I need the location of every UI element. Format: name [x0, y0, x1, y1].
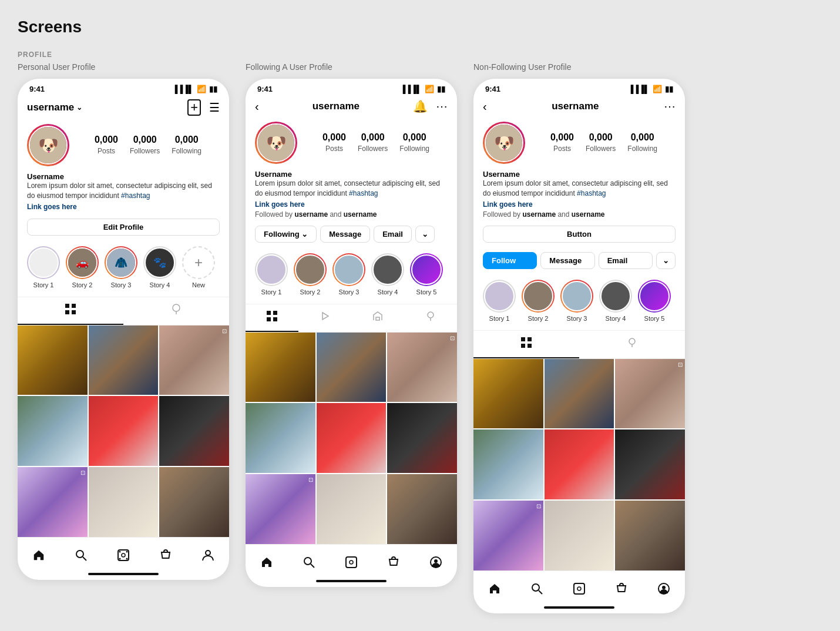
bio-link-2[interactable]: Link goes here: [255, 200, 305, 209]
add-post-icon[interactable]: +: [187, 99, 201, 116]
story-item-1-2[interactable]: 🚗 Story 2: [66, 246, 99, 288]
photo-cell-1-3[interactable]: ⊡: [159, 325, 229, 395]
photo-cell-2-8[interactable]: [317, 474, 387, 544]
back-button-2[interactable]: ‹: [255, 100, 259, 113]
nav-profile-1[interactable]: [196, 543, 220, 567]
photo-cell-2-3[interactable]: ⊡: [387, 333, 457, 402]
nav-shop-3[interactable]: [610, 577, 633, 600]
stat-following-1[interactable]: 0,000 Following: [172, 135, 201, 156]
photo-cell-1-2[interactable]: [89, 325, 159, 395]
nav-home-2[interactable]: [255, 551, 278, 574]
photo-cell-3-2[interactable]: [545, 359, 614, 429]
svg-line-7: [83, 557, 86, 560]
photo-cell-2-5[interactable]: [317, 403, 387, 473]
edit-profile-button[interactable]: Edit Profile: [27, 219, 220, 236]
story-item-3-1[interactable]: Story 1: [483, 280, 516, 322]
photo-cell-3-8[interactable]: [545, 501, 614, 570]
nav-profile-2[interactable]: [424, 551, 448, 574]
story-item-2-3[interactable]: Story 3: [332, 253, 365, 296]
photo-cell-3-6[interactable]: [615, 429, 685, 499]
button-3[interactable]: Button: [483, 226, 676, 243]
story-item-3-5[interactable]: Story 5: [638, 280, 671, 322]
story-item-3-2[interactable]: Story 2: [522, 280, 555, 322]
photo-cell-1-4[interactable]: [18, 396, 88, 466]
avatar-wrap-3[interactable]: 🐶: [483, 122, 525, 164]
photo-cell-1-6[interactable]: [159, 396, 229, 466]
photo-cell-1-7[interactable]: ⊡: [18, 467, 88, 537]
photo-cell-3-5[interactable]: [545, 429, 614, 499]
back-button-3[interactable]: ‹: [483, 100, 487, 113]
story-item-1-4[interactable]: 🐾 Story 4: [143, 246, 176, 288]
stat-following-2[interactable]: 0,000 Following: [399, 132, 429, 153]
photo-cell-2-1[interactable]: [246, 333, 315, 402]
follow-button-3[interactable]: Follow: [483, 252, 537, 269]
nav-profile-3[interactable]: [652, 577, 676, 600]
story-item-1-3[interactable]: 🧥 Story 3: [105, 246, 137, 288]
photo-cell-1-9[interactable]: [159, 467, 229, 537]
nav-search-3[interactable]: [525, 577, 549, 600]
stat-followers-2[interactable]: 0,000 Followers: [358, 132, 388, 153]
stat-followers-1[interactable]: 0,000 Followers: [130, 135, 160, 156]
photo-cell-1-1[interactable]: [18, 325, 88, 395]
stat-followers-3[interactable]: 0,000 Followers: [586, 132, 616, 153]
nav-search-2[interactable]: [297, 551, 321, 574]
photo-cell-3-4[interactable]: [473, 429, 543, 499]
stories-row-3: Story 1 Story 2 Story 3 Story 4 Story 5: [473, 274, 685, 328]
photo-cell-2-9[interactable]: [387, 474, 457, 544]
svg-point-12: [119, 558, 121, 559]
bio-link-1[interactable]: Link goes here: [27, 203, 77, 211]
bell-icon-2[interactable]: 🔔: [413, 99, 428, 113]
nav-home-3[interactable]: [483, 577, 506, 600]
stat-following-3[interactable]: 0,000 Following: [627, 132, 657, 153]
story-new-1[interactable]: + New: [182, 246, 215, 288]
avatar-wrap-2[interactable]: 🐶: [255, 122, 297, 164]
tab-tagged-1[interactable]: [123, 297, 229, 325]
photo-cell-2-4[interactable]: [246, 403, 315, 473]
tab-tagged-2[interactable]: [404, 304, 457, 332]
email-button-3[interactable]: Email: [599, 252, 653, 269]
story-item-3-4[interactable]: Story 4: [599, 280, 632, 322]
nav-shop-2[interactable]: [382, 551, 405, 574]
tab-grid-2[interactable]: [246, 304, 298, 332]
nav-home-1[interactable]: [27, 543, 51, 567]
photo-cell-2-7[interactable]: ⊡: [246, 474, 315, 544]
menu-icon[interactable]: ☰: [209, 100, 220, 115]
story-item-1-1[interactable]: Story 1: [27, 246, 60, 288]
tab-tagged-3[interactable]: [579, 331, 685, 358]
story-item-2-5[interactable]: Story 5: [410, 253, 443, 296]
nav-reels-3[interactable]: [567, 577, 591, 600]
more-icon-2[interactable]: ⋯: [436, 99, 448, 113]
nav-search-1[interactable]: [69, 543, 93, 567]
nav-shop-1[interactable]: [154, 543, 177, 567]
tab-grid-3[interactable]: [473, 331, 579, 358]
more-options-2[interactable]: ⌄: [415, 226, 435, 243]
avatar-wrap-1[interactable]: 🐶: [27, 124, 69, 166]
photo-cell-1-8[interactable]: [89, 467, 159, 537]
tab-shared-2[interactable]: [351, 304, 404, 332]
story-item-2-1[interactable]: Story 1: [255, 253, 288, 296]
more-icon-3[interactable]: ⋯: [664, 99, 676, 113]
following-button[interactable]: Following ⌄: [255, 226, 317, 243]
username-nav-1[interactable]: username ⌄: [27, 102, 82, 113]
more-options-3[interactable]: ⌄: [656, 252, 676, 269]
tab-grid-1[interactable]: [18, 297, 123, 325]
photo-cell-3-1[interactable]: [473, 359, 543, 429]
story-item-3-3[interactable]: Story 3: [560, 280, 593, 322]
tab-reels-2[interactable]: [298, 304, 351, 332]
photo-cell-2-2[interactable]: [317, 333, 387, 402]
nav-reels-2[interactable]: [340, 551, 363, 574]
message-button-3[interactable]: Message: [540, 252, 594, 269]
photo-cell-2-6[interactable]: [387, 403, 457, 473]
story-label-3-3: Story 3: [567, 315, 587, 322]
nav-reels-1[interactable]: [112, 543, 135, 567]
photo-cell-3-7[interactable]: ⊡: [473, 501, 543, 570]
photo-cell-3-9[interactable]: [615, 501, 685, 570]
stat-posts-2: 0,000 Posts: [322, 132, 346, 153]
email-button-2[interactable]: Email: [374, 226, 412, 243]
photo-cell-3-3[interactable]: ⊡: [615, 359, 685, 429]
photo-cell-1-5[interactable]: [89, 396, 159, 466]
story-item-2-2[interactable]: Story 2: [294, 253, 327, 296]
message-button-2[interactable]: Message: [320, 226, 370, 243]
story-item-2-4[interactable]: Story 4: [371, 253, 404, 296]
bio-link-3[interactable]: Link goes here: [483, 200, 533, 209]
